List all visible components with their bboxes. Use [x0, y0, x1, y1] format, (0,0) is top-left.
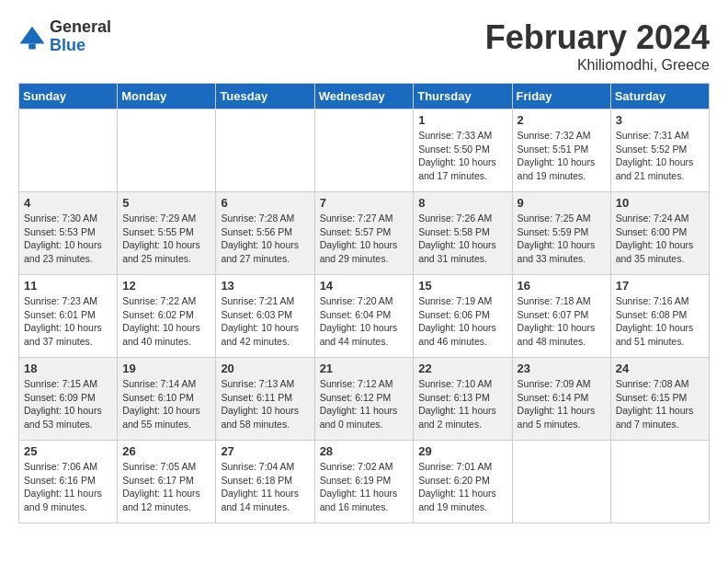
day-number: 16 [518, 279, 606, 293]
table-row: 14Sunrise: 7:20 AM Sunset: 6:04 PM Dayli… [314, 275, 414, 358]
table-row [216, 109, 314, 192]
day-info: Sunrise: 7:33 AM Sunset: 5:50 PM Dayligh… [418, 129, 506, 183]
day-number: 27 [221, 444, 309, 458]
table-row: 26Sunrise: 7:05 AM Sunset: 6:17 PM Dayli… [118, 441, 216, 523]
day-info: Sunrise: 7:25 AM Sunset: 5:59 PM Dayligh… [518, 212, 606, 266]
day-number: 26 [122, 444, 210, 458]
day-number: 2 [518, 113, 606, 127]
day-number: 6 [221, 196, 309, 210]
table-row: 1Sunrise: 7:33 AM Sunset: 5:50 PM Daylig… [414, 109, 512, 192]
day-info: Sunrise: 7:12 AM Sunset: 6:12 PM Dayligh… [320, 377, 409, 431]
day-info: Sunrise: 7:18 AM Sunset: 6:07 PM Dayligh… [518, 294, 606, 349]
day-info: Sunrise: 7:28 AM Sunset: 5:56 PM Dayligh… [221, 212, 309, 266]
day-number: 4 [24, 196, 112, 210]
day-info: Sunrise: 7:30 AM Sunset: 5:53 PM Dayligh… [24, 212, 112, 266]
table-row: 7Sunrise: 7:27 AM Sunset: 5:57 PM Daylig… [314, 192, 414, 275]
weekday-header-wednesday: Wednesday [314, 84, 414, 109]
day-number: 14 [320, 279, 409, 293]
table-row [19, 109, 118, 192]
day-info: Sunrise: 7:31 AM Sunset: 5:52 PM Dayligh… [616, 129, 704, 183]
day-info: Sunrise: 7:16 AM Sunset: 6:08 PM Dayligh… [616, 294, 704, 349]
table-row: 10Sunrise: 7:24 AM Sunset: 6:00 PM Dayli… [610, 192, 709, 275]
table-row: 21Sunrise: 7:12 AM Sunset: 6:12 PM Dayli… [314, 358, 414, 441]
day-info: Sunrise: 7:05 AM Sunset: 6:17 PM Dayligh… [122, 460, 210, 514]
page-header: General Blue February 2024 Khiliomodhi, … [18, 18, 710, 74]
table-row: 5Sunrise: 7:29 AM Sunset: 5:55 PM Daylig… [118, 192, 216, 275]
day-info: Sunrise: 7:24 AM Sunset: 6:00 PM Dayligh… [616, 212, 704, 266]
table-row: 12Sunrise: 7:22 AM Sunset: 6:02 PM Dayli… [118, 275, 216, 358]
logo: General Blue [18, 18, 111, 55]
weekday-header-saturday: Saturday [610, 84, 709, 109]
day-number: 17 [616, 279, 704, 293]
day-info: Sunrise: 7:20 AM Sunset: 6:04 PM Dayligh… [320, 294, 409, 349]
day-info: Sunrise: 7:02 AM Sunset: 6:19 PM Dayligh… [320, 460, 409, 514]
table-row: 20Sunrise: 7:13 AM Sunset: 6:11 PM Dayli… [216, 358, 314, 441]
day-number: 23 [518, 362, 606, 375]
calendar-table: SundayMondayTuesdayWednesdayThursdayFrid… [18, 83, 710, 523]
table-row: 23Sunrise: 7:09 AM Sunset: 6:14 PM Dayli… [512, 358, 610, 441]
table-row: 25Sunrise: 7:06 AM Sunset: 6:16 PM Dayli… [19, 441, 118, 523]
month-year: February 2024 [485, 18, 710, 57]
day-info: Sunrise: 7:15 AM Sunset: 6:09 PM Dayligh… [24, 377, 112, 431]
day-number: 5 [122, 196, 210, 210]
day-info: Sunrise: 7:27 AM Sunset: 5:57 PM Dayligh… [320, 212, 409, 266]
day-number: 12 [122, 279, 210, 293]
day-number: 15 [418, 279, 506, 293]
table-row: 28Sunrise: 7:02 AM Sunset: 6:19 PM Dayli… [314, 441, 414, 523]
day-number: 29 [418, 444, 506, 458]
day-number: 25 [24, 444, 112, 458]
table-row: 16Sunrise: 7:18 AM Sunset: 6:07 PM Dayli… [512, 275, 610, 358]
day-info: Sunrise: 7:19 AM Sunset: 6:06 PM Dayligh… [418, 294, 506, 349]
day-number: 3 [616, 113, 704, 127]
weekday-header-thursday: Thursday [414, 84, 512, 109]
week-row-1: 1Sunrise: 7:33 AM Sunset: 5:50 PM Daylig… [19, 109, 710, 192]
day-number: 22 [418, 362, 506, 375]
table-row [118, 109, 216, 192]
svg-marker-0 [20, 27, 45, 44]
weekday-header-sunday: Sunday [19, 84, 118, 109]
day-info: Sunrise: 7:09 AM Sunset: 6:14 PM Dayligh… [518, 377, 606, 431]
title-block: February 2024 Khiliomodhi, Greece [485, 18, 710, 74]
location: Khiliomodhi, Greece [485, 57, 710, 74]
day-number: 10 [616, 196, 704, 210]
day-number: 24 [616, 362, 704, 375]
day-number: 18 [24, 362, 112, 375]
table-row: 4Sunrise: 7:30 AM Sunset: 5:53 PM Daylig… [19, 192, 118, 275]
logo-blue: Blue [50, 37, 111, 55]
logo-general: General [50, 18, 111, 37]
day-number: 21 [320, 362, 409, 375]
week-row-4: 18Sunrise: 7:15 AM Sunset: 6:09 PM Dayli… [19, 358, 710, 441]
day-info: Sunrise: 7:23 AM Sunset: 6:01 PM Dayligh… [24, 294, 112, 349]
table-row [610, 441, 709, 523]
day-number: 7 [320, 196, 409, 210]
week-row-5: 25Sunrise: 7:06 AM Sunset: 6:16 PM Dayli… [19, 441, 710, 523]
table-row: 18Sunrise: 7:15 AM Sunset: 6:09 PM Dayli… [19, 358, 118, 441]
day-number: 28 [320, 444, 409, 458]
day-number: 20 [221, 362, 309, 375]
table-row: 24Sunrise: 7:08 AM Sunset: 6:15 PM Dayli… [610, 358, 709, 441]
day-info: Sunrise: 7:26 AM Sunset: 5:58 PM Dayligh… [418, 212, 506, 266]
table-row: 17Sunrise: 7:16 AM Sunset: 6:08 PM Dayli… [610, 275, 709, 358]
table-row: 19Sunrise: 7:14 AM Sunset: 6:10 PM Dayli… [118, 358, 216, 441]
day-info: Sunrise: 7:21 AM Sunset: 6:03 PM Dayligh… [221, 294, 309, 349]
weekday-header-row: SundayMondayTuesdayWednesdayThursdayFrid… [19, 84, 710, 109]
weekday-header-friday: Friday [512, 84, 610, 109]
day-info: Sunrise: 7:08 AM Sunset: 6:15 PM Dayligh… [616, 377, 704, 431]
table-row: 6Sunrise: 7:28 AM Sunset: 5:56 PM Daylig… [216, 192, 314, 275]
table-row: 22Sunrise: 7:10 AM Sunset: 6:13 PM Dayli… [414, 358, 512, 441]
weekday-header-tuesday: Tuesday [216, 84, 314, 109]
table-row [512, 441, 610, 523]
day-number: 9 [518, 196, 606, 210]
table-row [314, 109, 414, 192]
day-info: Sunrise: 7:13 AM Sunset: 6:11 PM Dayligh… [221, 377, 309, 431]
day-info: Sunrise: 7:29 AM Sunset: 5:55 PM Dayligh… [122, 212, 210, 266]
table-row: 3Sunrise: 7:31 AM Sunset: 5:52 PM Daylig… [610, 109, 709, 192]
day-info: Sunrise: 7:04 AM Sunset: 6:18 PM Dayligh… [221, 460, 309, 514]
table-row: 11Sunrise: 7:23 AM Sunset: 6:01 PM Dayli… [19, 275, 118, 358]
day-number: 13 [221, 279, 309, 293]
week-row-2: 4Sunrise: 7:30 AM Sunset: 5:53 PM Daylig… [19, 192, 710, 275]
weekday-header-monday: Monday [118, 84, 216, 109]
table-row: 9Sunrise: 7:25 AM Sunset: 5:59 PM Daylig… [512, 192, 610, 275]
table-row: 27Sunrise: 7:04 AM Sunset: 6:18 PM Dayli… [216, 441, 314, 523]
table-row: 29Sunrise: 7:01 AM Sunset: 6:20 PM Dayli… [414, 441, 512, 523]
